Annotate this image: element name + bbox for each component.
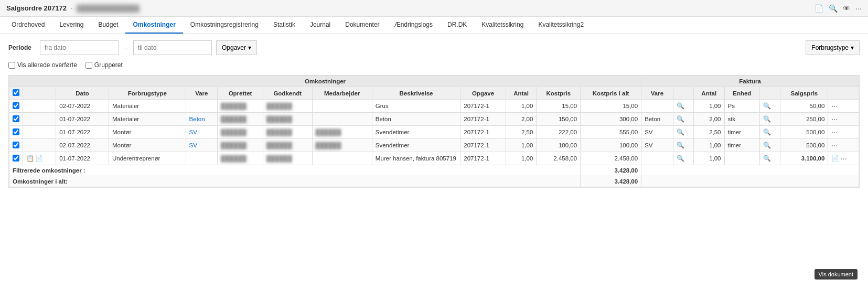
row-checkbox-cell[interactable] [9, 139, 23, 152]
row-checkbox-cell[interactable] [9, 152, 23, 165]
fakt-enhed-search-icon[interactable]: 🔍 [760, 100, 780, 113]
fakt-enhed-search-icon[interactable]: 🔍 [760, 139, 780, 152]
row-actions-cell[interactable]: ··· [828, 139, 859, 152]
row-more-icon[interactable]: ··· [831, 128, 838, 136]
fakt-antal-cell: 1,00 [693, 139, 724, 152]
row-checkbox-cell[interactable] [9, 113, 23, 126]
grupperet-checkbox[interactable] [85, 62, 92, 69]
godkendt-cell: ██████ [263, 152, 312, 165]
godkendt-header: Godkendt [263, 87, 312, 100]
icons-cell [23, 113, 56, 126]
fakt-salgspris-cell: 3.100,00 [780, 152, 828, 165]
date-separator: - [123, 44, 129, 51]
kostpris-ialt-cell: 300,00 [581, 113, 641, 126]
vis-allerede-overfOrte-label[interactable]: Vis allerede overførte [8, 61, 77, 69]
medarbejder-cell [312, 113, 372, 126]
dato-cell: 01-07-2022 [56, 126, 109, 139]
row-more-icon[interactable]: ··· [831, 141, 838, 149]
beskrivelse-header: Beskrivelse [372, 87, 460, 100]
tab-omkostninger[interactable]: Omkostninger [125, 17, 183, 34]
grupperet-label[interactable]: Grupperet [85, 61, 123, 69]
row-checkbox-3[interactable] [13, 142, 19, 148]
row-actions-cell[interactable]: ··· [828, 126, 859, 139]
tab-kvalitetssikring2[interactable]: Kvalitetssikring2 [531, 17, 591, 34]
fakt-vare-search-header [673, 87, 693, 100]
antal-cell: 1,00 [506, 139, 537, 152]
row-checkbox-cell[interactable] [9, 100, 23, 113]
kostpris-cell: 100,00 [537, 139, 581, 152]
forbrugstype-dropdown[interactable]: Forbrugstype ▾ [806, 40, 860, 55]
beskrivelse-cell: Beton [372, 113, 460, 126]
godkendt-cell: ██████ [263, 126, 312, 139]
medarbejder-cell: ██████ [312, 126, 372, 139]
row-more-icon[interactable]: ··· [831, 115, 838, 123]
row-actions-cell[interactable]: ··· [828, 100, 859, 113]
fakt-antal-cell: 1,00 [693, 152, 724, 165]
tab-ordrehoved[interactable]: Ordrehoved [4, 17, 52, 34]
row-checkbox-2[interactable] [13, 128, 19, 135]
tab-aendringslogs[interactable]: Ændringslogs [387, 17, 440, 34]
row-checkbox-1[interactable] [13, 115, 19, 122]
beskrivelse-cell: Svendetimer [372, 139, 460, 152]
icons-cell: 📋📄 [23, 152, 56, 165]
vare-cell [186, 100, 217, 113]
tab-kvalitetssikring[interactable]: Kvalitetssikring [474, 17, 531, 34]
more-options-icon[interactable]: ··· [855, 4, 862, 13]
fakt-vare-search-icon[interactable]: 🔍 [673, 139, 693, 152]
forbrugstype-header: Forbrugstype [109, 87, 186, 100]
row-actions-cell[interactable]: 📄··· [828, 152, 859, 165]
tab-journal[interactable]: Journal [303, 17, 338, 34]
fakt-enhed-search-icon[interactable]: 🔍 [760, 113, 780, 126]
antal-header: Antal [506, 87, 537, 100]
fra-dato-input[interactable] [40, 40, 119, 55]
tab-statistik[interactable]: Statistik [266, 17, 303, 34]
opgave-cell: 207172-1 [460, 139, 506, 152]
beskrivelse-cell: Svendetimer [372, 126, 460, 139]
vare-link[interactable]: Beton [189, 116, 205, 122]
vis-allerede-overforte-checkbox[interactable] [8, 62, 15, 69]
vare-link[interactable]: SV [189, 142, 197, 148]
doc-icon[interactable]: 📋 [26, 155, 34, 162]
fakt-enhed-header: Enhed [724, 87, 760, 100]
fakt-vare-header: Vare [641, 87, 673, 100]
row-doc-icon[interactable]: 📄 [831, 155, 839, 162]
eye-icon[interactable]: 👁 [843, 4, 850, 13]
fakt-enhed-search-icon[interactable]: 🔍 [760, 152, 780, 165]
document-icon[interactable]: 📄 [815, 4, 823, 13]
fakt-enhed-search-icon[interactable]: 🔍 [760, 126, 780, 139]
fakt-vare-search-icon[interactable]: 🔍 [673, 100, 693, 113]
search2-icon[interactable]: 🔍 [829, 4, 838, 13]
page-icon[interactable]: 📄 [35, 155, 43, 162]
select-all-header[interactable] [9, 87, 23, 100]
vare-link[interactable]: SV [189, 129, 197, 135]
faktura-group-header: Faktura [641, 76, 859, 87]
kostpris-ialt-cell: 100,00 [581, 139, 641, 152]
fakt-vare-search-icon[interactable]: 🔍 [673, 152, 693, 165]
fakt-vare-search-icon[interactable]: 🔍 [673, 113, 693, 126]
select-all-checkbox[interactable] [13, 89, 19, 96]
tab-drdk[interactable]: DR.DK [440, 17, 474, 34]
row-checkbox-0[interactable] [13, 102, 19, 109]
fakt-antal-header: Antal [693, 87, 724, 100]
til-dato-input[interactable] [133, 40, 212, 55]
row-actions-cell[interactable]: ··· [828, 113, 859, 126]
row-checkbox-cell[interactable] [9, 126, 23, 139]
opgaver-label: Opgaver [222, 44, 246, 51]
opgave-cell: 207172-1 [460, 113, 506, 126]
fakt-vare-search-icon[interactable]: 🔍 [673, 126, 693, 139]
tab-budget[interactable]: Budget [91, 17, 125, 34]
row-more-icon[interactable]: ··· [831, 102, 838, 110]
icons-col-header [23, 87, 56, 100]
tab-dokumenter[interactable]: Dokumenter [338, 17, 387, 34]
oprettet-cell: ██████ [218, 100, 263, 113]
filter-row: Periode - Opgaver ▾ Forbrugstype ▾ [8, 40, 860, 55]
tab-omkostningsregistrering[interactable]: Omkostningsregistrering [183, 17, 266, 34]
row-more-icon[interactable]: ··· [840, 154, 846, 163]
kostpris-cell: 2.458,00 [537, 152, 581, 165]
dato-cell: 02-07-2022 [56, 100, 109, 113]
row-checkbox-4[interactable] [13, 155, 19, 162]
opgaver-dropdown[interactable]: Opgaver ▾ [216, 40, 257, 55]
fakt-vare-cell [641, 152, 673, 165]
tab-levering[interactable]: Levering [52, 17, 91, 34]
medarbejder-cell: ██████ [312, 139, 372, 152]
